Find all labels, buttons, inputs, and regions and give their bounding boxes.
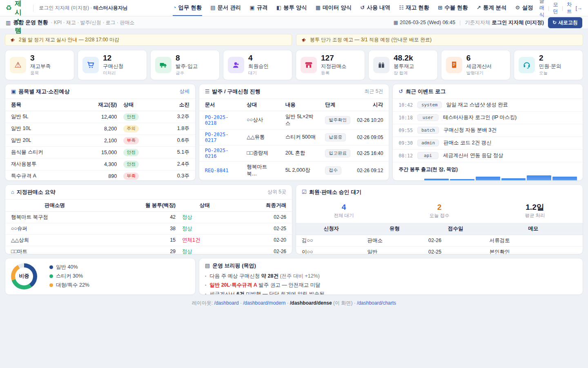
breadcrumb: · KPI · 재고 · 발주/신청 · 로그 · 판매소 (51, 19, 135, 26)
document-link[interactable]: PO-2025-0217 (205, 132, 229, 143)
spec-icon: ▣ (249, 4, 254, 11)
inventory-forecast-panel: ▣ 품목별 재고·소진예상 상세 품목 재고(장) 상태 소진 일반 5L12,… (5, 84, 196, 181)
region-value: 로그인 지자체 (미지정) (492, 20, 544, 25)
panel-title: 품목별 재고·소진예상 (18, 88, 69, 95)
user-name: 테스터사용자님 (94, 5, 128, 11)
nav-tab-documents[interactable]: ▤문서 관리 (210, 0, 241, 16)
grid-icon: ▥ (6, 20, 11, 26)
kpi-card-orders-inbound[interactable]: 8발주·입고금주 (150, 50, 220, 80)
kpi-card-purchase-requests[interactable]: 12구매신청미처리 (78, 50, 147, 80)
layout-link-modern[interactable]: /dashboard/modern (243, 300, 285, 306)
notice-text: 2월 말 정기 재고 실사 안내 — 2/28 17:00 마감 (19, 36, 119, 43)
kpi-value: 3 (30, 54, 51, 63)
refresh-button[interactable]: ↻새로고침 (548, 17, 582, 28)
table-row[interactable]: 행복마트 북구점42정상02-26 (5, 211, 292, 223)
log-row: 10:18user테스터사용자 로그인 (IP 마스킹) (393, 112, 583, 124)
brand: ♻ 종량제 시스템 (6, 0, 27, 35)
kpi-sub: 오늘 (539, 70, 561, 76)
inventory-icon: ☷ (399, 4, 404, 11)
status-badge: 안전 (123, 149, 139, 156)
stage-badge: 납품중 (325, 133, 346, 141)
share-donut-panel: 비중 일반 40% 스티커 30% 대형/특수 22% (5, 258, 196, 295)
nav-tab-ledger[interactable]: ⊞수불 현황 (437, 0, 468, 16)
nav-tab-data-forms[interactable]: ▦데이터 양식 (315, 0, 352, 16)
table-row[interactable]: 일반 10L8,200주의1.8주 (5, 123, 195, 135)
store-status: 연체1건 (182, 237, 200, 243)
kpi-card-low-stock[interactable]: ⚠ 3재고부족품목 (5, 50, 74, 80)
nav-tab-bag-forms[interactable]: ◧봉투 양식 (276, 0, 307, 16)
kpi-card-designated-stores[interactable]: 127지정판매소등록 (296, 50, 365, 80)
document-link[interactable]: PO-2025-0216 (205, 148, 229, 159)
table-row[interactable]: PO-2025-0217△△유통스티커 500매납품중02-26 09:05 (199, 129, 389, 145)
document-link[interactable]: PO-2025-0218 (205, 114, 229, 126)
kpi-card-tax-invoice[interactable]: 6세금계산서발행대기 (441, 50, 510, 80)
operations-briefing-panel: ▤ 운영 브리핑 (목업) •다음 주 예상 구매신청 약 28건 (전주 대비… (199, 258, 583, 295)
view-link-chart[interactable]: 차트 (567, 1, 572, 15)
kpi-sub: 대기 (248, 70, 269, 76)
kpi-value: 48.2k (394, 54, 414, 63)
app-title: 종량제 시스템 (15, 0, 27, 35)
event-log-panel: ↺ 최근 이벤트 로그 10:42system일일 재고 스냅샷 생성 완료 1… (392, 84, 583, 181)
status-badge: 부족 (123, 173, 139, 180)
log-tag-badge: user (417, 114, 439, 121)
bar-tue (424, 179, 449, 181)
kpi-label: 회원승인 (248, 63, 269, 70)
briefing-item: •일반 20L·특수규격 A 발주 권고 — 안전재고 미달 (205, 281, 577, 290)
log-tag-badge: system (417, 101, 442, 108)
table-row[interactable]: PO-2025-0218○○상사일반 5L×2박스발주확인02-26 10:20 (199, 111, 389, 129)
kpi-sub: 품목 (30, 70, 51, 76)
kpi-sub: 발행대기 (466, 70, 492, 76)
status-badge: 안전 (123, 113, 139, 121)
layout-link-charts[interactable]: /dashboard/charts (357, 300, 396, 306)
notebook-icon: ▤ (205, 263, 210, 269)
table-icon: ▦ (316, 4, 321, 11)
column-header: 유형 (364, 223, 425, 235)
store-icon: ⌂ (11, 189, 14, 195)
column-header: 시각 (354, 99, 389, 111)
nav-tab-stats[interactable]: ↗통계 분석 (476, 0, 507, 16)
log-tag-badge: batch (417, 127, 439, 134)
kpi-value: 127 (321, 54, 347, 63)
table-row[interactable]: □□마트29정상02-26 (5, 246, 292, 254)
document-link[interactable]: REQ-8841 (205, 168, 229, 173)
table-row[interactable]: ○○슈퍼38정상02-25 (5, 223, 292, 234)
view-link-classic[interactable]: 클래식 (539, 0, 544, 18)
table-row[interactable]: PO-2025-0216□□종량제20L 혼합입고완료02-25 16:40 (199, 145, 389, 161)
layout-link-dashboard[interactable]: /dashboard (214, 300, 239, 306)
nav-tab-usage-history[interactable]: ↺사용 내역 (360, 0, 391, 16)
column-header: 판매소명 (5, 200, 102, 212)
table-row[interactable]: 일반 5L12,400안전3.2주 (5, 111, 195, 123)
table-row[interactable]: REQ-8841행복마트 북…5L 2,000장접수02-26 09:12 (199, 161, 389, 180)
table-row[interactable]: 음식물 스티커15,000안전5.1주 (5, 146, 195, 158)
table-row[interactable]: 특수규격 A890부족0.3주 (5, 170, 195, 181)
legend-item: 스티커 30% (49, 273, 89, 280)
nav-tab-settings[interactable]: ⚙설정 (515, 0, 534, 16)
stores-table: 판매소명 월 봉투(백장) 상태 최종거래 행복마트 북구점42정상02-26 … (5, 200, 292, 254)
table-row[interactable]: REQ-8839○○슈퍼스티커 500처리중02-26 08:45 (199, 180, 389, 181)
view-link-modern[interactable]: 모던 (553, 1, 558, 15)
page-title: 종합 운영 현황 (13, 19, 48, 26)
nav-tab-inventory[interactable]: ☷재고 현황 (399, 0, 430, 16)
table-row[interactable]: 재사용봉투4,300안전2.4주 (5, 158, 195, 170)
approval-queue-panel: ☑ 회원·판매소 승인 대기 4전체 대기 2오늘 접수 1.2일평균 처리 신… (296, 184, 583, 254)
bar-sat (527, 175, 551, 181)
warning-icon: ⚠ (10, 57, 26, 73)
table-row[interactable]: 이○○일반02-25본인확인 (296, 246, 583, 254)
donut-chart: 비중 (11, 263, 37, 289)
logout-icon[interactable]: [→ (575, 5, 582, 11)
status-badge: 주의 (123, 125, 139, 132)
table-row[interactable]: 김○○판매소02-26서류검토 (296, 235, 583, 246)
nav-tab-specs[interactable]: ▣규격 (249, 0, 268, 16)
legend-dot (49, 283, 53, 287)
kpi-card-bag-stock[interactable]: 48.2k봉투재고장 합계 (368, 50, 438, 80)
cart-icon (82, 57, 99, 73)
kpi-card-member-approval[interactable]: 4회원승인대기 (223, 50, 292, 80)
kpi-sub: 등록 (321, 70, 347, 76)
table-row[interactable]: △△상회15연체1건02-20 (5, 234, 292, 246)
detail-link[interactable]: 상세 (180, 88, 189, 95)
store-summary-panel: ⌂ 지정판매소 요약 상위 5곳 판매소명 월 봉투(백장) 상태 최종거래 행… (5, 184, 292, 254)
table-row[interactable]: 일반 20L2,100부족0.6주 (5, 135, 195, 146)
nav-tab-work-status[interactable]: ◔업무 현황 (173, 0, 203, 16)
stat-today-received: 2 (392, 203, 487, 212)
kpi-card-complaints[interactable]: 2민원·문의오늘 (514, 50, 583, 80)
